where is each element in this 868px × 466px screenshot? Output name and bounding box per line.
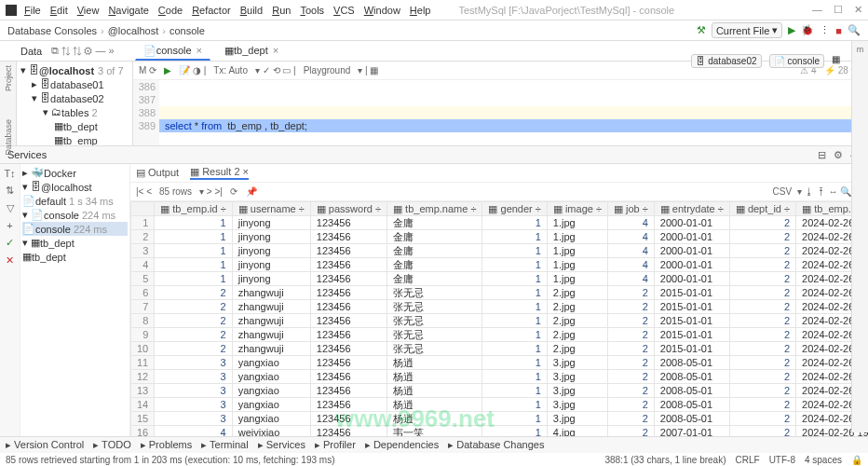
cancel-icon[interactable]: ✕ — [6, 254, 14, 267]
menu-file[interactable]: File — [24, 5, 41, 16]
tree-root[interactable]: ▾ 🗄 @localhost 3 of 7 — [20, 63, 129, 77]
menu-tools[interactable]: Tools — [300, 5, 324, 16]
table-row[interactable]: 62zhangwuji123456张无忌12.jpg22015-01-01220… — [131, 286, 869, 300]
add-icon[interactable]: + — [7, 220, 12, 231]
table-row[interactable]: 31jinyong123456金庸11.jpg42000-01-0122024-… — [131, 244, 869, 258]
table-row[interactable]: 41jinyong123456金庸11.jpg42000-01-0122024-… — [131, 258, 869, 272]
minimize-icon[interactable]: — — [812, 4, 822, 16]
m-icon[interactable]: m — [857, 45, 864, 54]
table-row[interactable]: 82zhangwuji123456张无忌12.jpg22015-01-01220… — [131, 314, 869, 328]
table-row[interactable]: 153yangxiao123456杨逍13.jpg22008-05-012202… — [131, 412, 869, 426]
menu-build[interactable]: Build — [240, 5, 263, 16]
line-sep[interactable]: CRLF — [736, 455, 760, 465]
menu-view[interactable]: View — [77, 5, 100, 16]
sql-line[interactable]: select * from tb_emp , tb_dept; — [159, 119, 868, 132]
menu-navigate[interactable]: Navigate — [108, 5, 148, 16]
ok-icon[interactable]: ✓ — [6, 237, 14, 249]
tree-db[interactable]: ▾ 🗄 database02 — [20, 91, 129, 105]
tab-console[interactable]: 📄 console× — [135, 42, 210, 61]
menu-vcs[interactable]: VCS — [333, 5, 355, 16]
menu-help[interactable]: Help — [410, 5, 431, 16]
tool-profiler[interactable]: ▸ Profiler — [315, 439, 356, 451]
table-row[interactable]: 123yangxiao123456杨逍13.jpg22008-05-012202… — [131, 370, 869, 384]
close-tab-icon[interactable]: × — [273, 45, 278, 56]
breadcrumb-item[interactable]: Database Consoles — [7, 25, 97, 36]
table-row[interactable]: 133yangxiao123456杨逍13.jpg22008-05-012202… — [131, 384, 869, 398]
tree-host[interactable]: ▾ 🗄 @localhost — [22, 180, 128, 194]
tab-output[interactable]: ▤ Output — [136, 167, 179, 179]
col-header[interactable]: ▦ entrydate ÷ — [654, 202, 729, 216]
run-config-dropdown[interactable]: Current File ▾ — [712, 22, 782, 38]
tree-table[interactable]: ▦ tb_emp — [20, 133, 129, 145]
tree-icon[interactable]: ⇅ — [6, 185, 14, 197]
debug-icon[interactable]: 🐞 — [801, 24, 814, 36]
playground-toggle[interactable]: Playground — [304, 65, 351, 75]
indent[interactable]: 4 spaces — [805, 455, 842, 465]
search-icon[interactable]: 🔍 — [848, 24, 861, 36]
tool-version control[interactable]: ▸ Version Control — [6, 439, 84, 451]
execute-icon[interactable]: ▶ — [164, 65, 171, 75]
col-header[interactable]: ▦ dept_id ÷ — [729, 202, 795, 216]
datasource-chip[interactable]: 🗄 database02 — [691, 54, 761, 68]
breadcrumb-item[interactable]: console — [170, 25, 205, 36]
table-row[interactable]: 11jinyong123456金庸11.jpg42000-01-0122024-… — [131, 216, 869, 230]
menu-run[interactable]: Run — [272, 5, 291, 16]
maximize-icon[interactable]: ☐ — [834, 4, 843, 16]
tree-tbdept2[interactable]: ▦ tb_dept — [22, 250, 128, 264]
lock-icon[interactable]: 🔒 — [851, 455, 862, 465]
menu-window[interactable]: Window — [364, 5, 400, 16]
tab-result[interactable]: ▦ Result 2 × — [190, 166, 249, 180]
encoding[interactable]: UTF-8 — [769, 455, 795, 465]
console-chip[interactable]: 📄 console — [769, 54, 824, 68]
tool-todo[interactable]: ▸ TODO — [93, 439, 130, 451]
menu-code[interactable]: Code — [158, 5, 183, 16]
filter-icon[interactable]: T↕ — [4, 168, 15, 179]
result-grid[interactable]: ▦ tb_emp.id ÷▦ username ÷▦ password ÷▦ t… — [130, 201, 868, 451]
breadcrumb-item[interactable]: @localhost — [108, 25, 159, 36]
table-row[interactable]: 92zhangwuji123456张无忌12.jpg22015-01-01220… — [131, 328, 869, 342]
tree-table[interactable]: ▦ tb_dept — [20, 119, 129, 133]
tree-tables[interactable]: ▾ 🗂 tables 2 — [20, 105, 129, 119]
tree-default[interactable]: 📄 default 1 s 34 ms — [22, 194, 128, 208]
tree-tbdept[interactable]: ▾ ▦ tb_dept — [22, 236, 128, 250]
editor-body[interactable]: 386387388389 select * from tb_emp , tb_d… — [133, 80, 868, 145]
col-header[interactable]: ▦ username ÷ — [232, 202, 310, 216]
col-header[interactable]: ▦ password ÷ — [310, 202, 387, 216]
tx-mode[interactable]: Tx: Auto — [213, 65, 248, 75]
col-header[interactable]: ▦ image ÷ — [547, 202, 607, 216]
run-icon[interactable]: ▶ — [788, 24, 795, 36]
export-format[interactable]: CSV — [773, 186, 793, 197]
tree-docker[interactable]: ▸ 🐳 Docker — [22, 166, 128, 180]
tool-database changes[interactable]: ▸ Database Changes — [448, 439, 544, 451]
col-header[interactable]: ▦ tb_emp.id ÷ — [155, 202, 232, 216]
tab-tbdept[interactable]: ▦ tb_dept× — [216, 42, 287, 61]
collapse-icon[interactable]: ⊟ — [818, 149, 826, 161]
row-count[interactable]: 85 rows — [159, 186, 192, 197]
table-row[interactable]: 102zhangwuji123456张无忌12.jpg22015-01-0122… — [131, 342, 869, 356]
table-row[interactable]: 21jinyong123456金庸11.jpg42000-01-0122024-… — [131, 230, 869, 244]
toolbar-icons[interactable]: ⧉ ⇅ ⇅ ⚙ — » — [51, 45, 114, 57]
col-header[interactable]: ▦ gender ÷ — [482, 202, 547, 216]
menu-refactor[interactable]: Refactor — [192, 5, 231, 16]
menu-edit[interactable]: Edit — [50, 5, 68, 16]
database-tool[interactable]: Database — [4, 119, 13, 156]
stop-icon[interactable]: ■ — [835, 25, 842, 36]
more-run-icon[interactable]: ⋮ — [820, 24, 830, 36]
project-tool[interactable]: Project — [4, 65, 13, 91]
tree-console-sel[interactable]: 📄 console 224 ms — [22, 222, 128, 236]
table-row[interactable]: 113yangxiao123456杨逍13.jpg22008-05-012202… — [131, 356, 869, 370]
col-header[interactable]: ▦ tb_emp.name ÷ — [387, 202, 482, 216]
tree-console[interactable]: ▾ 📄 console 224 ms — [22, 208, 128, 222]
filter2-icon[interactable]: ▽ — [7, 202, 14, 214]
gear-icon[interactable]: ⚙ — [834, 149, 843, 161]
table-row[interactable]: 51jinyong123456金庸11.jpg42000-01-0122024-… — [131, 272, 869, 286]
tool-services[interactable]: ▸ Services — [258, 439, 305, 451]
split-icon[interactable]: ▦ — [832, 54, 840, 68]
close-tab-icon[interactable]: × — [197, 45, 202, 56]
hammer-icon[interactable]: ⚒ — [697, 24, 706, 36]
tool-terminal[interactable]: ▸ Terminal — [201, 439, 248, 451]
table-row[interactable]: 72zhangwuji123456张无忌12.jpg22015-01-01220… — [131, 300, 869, 314]
tool-problems[interactable]: ▸ Problems — [141, 439, 193, 451]
col-header[interactable]: ▦ job ÷ — [607, 202, 654, 216]
tree-db[interactable]: ▸ 🗄 database01 — [20, 77, 129, 91]
